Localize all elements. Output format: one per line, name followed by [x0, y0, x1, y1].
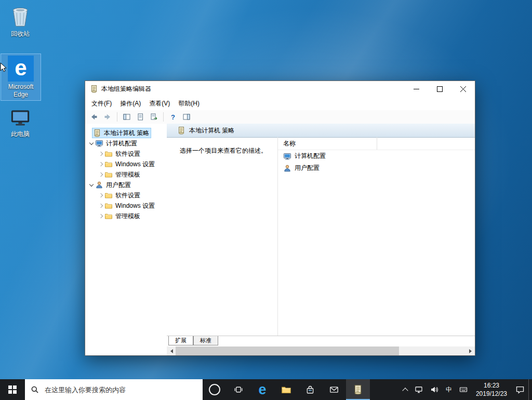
file-explorer-button[interactable] [274, 379, 298, 400]
properties-button[interactable] [135, 111, 146, 123]
forward-button[interactable] [102, 111, 113, 123]
taskbar-clock[interactable]: 16:23 2019/12/23 [471, 379, 512, 400]
toolbar: ? [85, 110, 475, 124]
maximize-button[interactable] [428, 81, 451, 97]
show-console-tree-button[interactable] [121, 111, 132, 123]
desktop-icon-label: 回收站 [11, 30, 30, 38]
list-item-label: 计算机配置 [295, 152, 326, 161]
list-item-computer-configuration[interactable]: 计算机配置 [278, 150, 475, 162]
tree-item-windows-settings-user[interactable]: Windows 设置 [85, 201, 167, 211]
show-action-pane-button[interactable] [181, 111, 192, 123]
tree-item-label: Windows 设置 [115, 202, 155, 210]
chevron-down-icon[interactable] [88, 180, 95, 190]
tree-item-windows-settings-computer[interactable]: Windows 设置 [85, 159, 167, 169]
cortana-button[interactable] [203, 379, 227, 400]
taskbar-edge-button[interactable] [250, 379, 274, 400]
microsoft-store-button[interactable] [298, 379, 322, 400]
store-bag-icon [305, 385, 315, 394]
taskbar: 中 16:23 2019/12/23 [0, 379, 532, 400]
close-icon [460, 86, 466, 92]
export-list-icon [150, 113, 158, 121]
scrollbar-thumb[interactable] [176, 346, 399, 355]
column-header-name[interactable]: 名称 [278, 137, 377, 150]
tree-item-software-settings-computer[interactable]: 软件设置 [85, 149, 167, 159]
tree-item-computer-configuration[interactable]: 计算机配置 [85, 138, 167, 149]
network-icon [415, 385, 423, 394]
cortana-icon [209, 384, 220, 395]
gpedit-window: 本地组策略编辑器 文件(F) 操作(A) 查看(V) 帮助(H) ? 本 [85, 81, 475, 356]
tree-item-software-settings-user[interactable]: 软件设置 [85, 190, 167, 201]
list-item-user-configuration[interactable]: 用户配置 [278, 162, 475, 174]
chevron-up-icon [402, 388, 408, 393]
tree-item-label: Windows 设置 [115, 160, 155, 169]
action-center-button[interactable] [512, 379, 528, 400]
volume-button[interactable] [427, 379, 442, 400]
ime-mode-button[interactable]: 中 [442, 379, 456, 400]
folder-icon [104, 202, 113, 210]
back-button[interactable] [88, 111, 100, 123]
chevron-down-icon[interactable] [88, 138, 95, 149]
task-view-button[interactable] [227, 379, 250, 400]
menu-bar: 文件(F) 操作(A) 查看(V) 帮助(H) [85, 97, 475, 111]
chevron-right-icon[interactable] [97, 190, 104, 201]
scroll-left-button[interactable] [167, 346, 176, 355]
tree-item-label: 用户配置 [106, 181, 131, 190]
title-bar[interactable]: 本地组策略编辑器 [85, 81, 475, 97]
desktop-icon-this-pc[interactable]: 此电脑 [1, 105, 40, 140]
menu-view[interactable]: 查看(V) [145, 97, 174, 110]
close-button[interactable] [451, 81, 475, 97]
tree-item-local-computer-policy[interactable]: 本地计算机 策略 [85, 128, 167, 138]
computer-icon [95, 139, 103, 148]
action-center-icon [515, 385, 525, 394]
desktop-icon-microsoft-edge[interactable]: Microsoft Edge [1, 54, 41, 100]
list-column-header-row: 名称 [278, 137, 475, 150]
recycle-bin-icon [9, 5, 32, 29]
menu-action[interactable]: 操作(A) [116, 97, 145, 110]
horizontal-scrollbar[interactable] [167, 346, 475, 355]
toolbar-separator [163, 112, 164, 122]
taskbar-gpedit-button[interactable] [346, 379, 370, 400]
menu-file[interactable]: 文件(F) [87, 97, 116, 110]
desktop-icon-recycle-bin[interactable]: 回收站 [1, 3, 40, 39]
folder-icon [104, 170, 113, 179]
action-pane-icon [182, 113, 191, 121]
desktop-icon-label: Microsoft Edge [1, 83, 41, 99]
mail-button[interactable] [322, 379, 346, 400]
touch-keyboard-button[interactable] [456, 379, 471, 400]
tray-overflow-button[interactable] [400, 379, 411, 400]
maximize-icon [437, 86, 443, 92]
tree-item-user-configuration[interactable]: 用户配置 [85, 180, 167, 190]
tree-item-label: 管理模板 [115, 212, 140, 221]
clock-date: 2019/12/23 [476, 390, 507, 398]
results-pane: 本地计算机 策略 选择一个项目来查看它的描述。 名称 计算机配置 用户配置 [167, 124, 475, 336]
folder-icon [104, 212, 113, 220]
speaker-icon [430, 385, 438, 394]
folder-icon [104, 150, 113, 158]
help-button[interactable]: ? [167, 111, 179, 123]
menu-help[interactable]: 帮助(H) [174, 97, 204, 110]
tab-extended[interactable]: 扩展 [168, 336, 193, 345]
tree-item-label: 本地计算机 策略 [104, 129, 149, 138]
export-list-button[interactable] [148, 111, 159, 123]
tree-item-label: 计算机配置 [106, 139, 137, 148]
scroll-right-button[interactable] [466, 346, 475, 355]
chevron-right-icon[interactable] [97, 169, 104, 180]
show-desktop-button[interactable] [528, 379, 532, 400]
chevron-right-icon[interactable] [97, 201, 104, 211]
view-tab-strip: 扩展 标准 [167, 336, 475, 347]
mouse-cursor [0, 62, 7, 73]
tree-item-admin-templates-computer[interactable]: 管理模板 [85, 169, 167, 180]
tree-item-label: 管理模板 [115, 170, 140, 179]
chevron-right-icon[interactable] [97, 159, 104, 169]
network-status-button[interactable] [411, 379, 427, 400]
tab-standard[interactable]: 标准 [193, 336, 218, 345]
keyboard-icon [459, 385, 468, 394]
search-input[interactable] [44, 385, 197, 394]
minimize-icon [414, 86, 419, 92]
start-button[interactable] [0, 379, 25, 400]
tree-item-admin-templates-user[interactable]: 管理模板 [85, 211, 167, 221]
chevron-right-icon[interactable] [97, 211, 104, 221]
minimize-button[interactable] [405, 81, 428, 97]
taskbar-search-box[interactable] [25, 379, 203, 400]
chevron-right-icon[interactable] [97, 149, 104, 159]
